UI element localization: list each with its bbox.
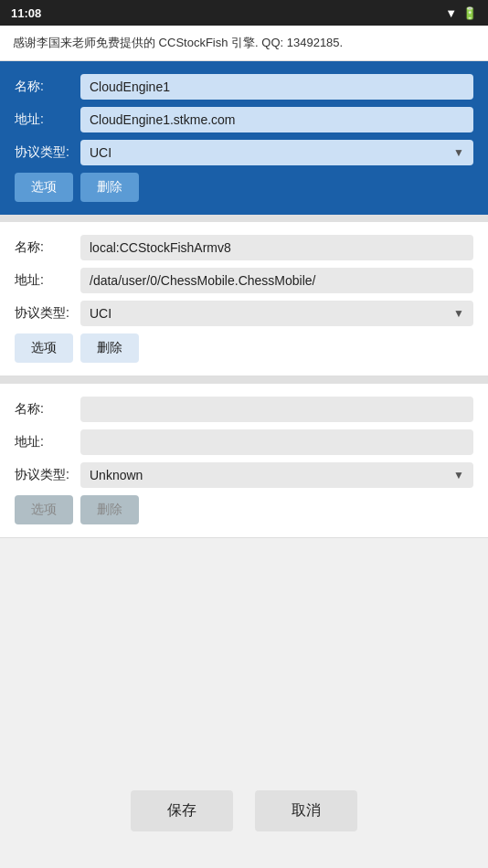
bottom-section: 保存 取消 (0, 538, 488, 868)
engine1-address-row: 地址: (15, 107, 473, 132)
status-bar: 11:08 ▼ 🔋 (0, 0, 488, 26)
engine1-buttons: 选项 删除 (15, 173, 473, 202)
engine3-buttons: 选项 删除 (15, 495, 473, 524)
engine3-protocol-label: 协议类型: (15, 467, 80, 483)
engine2-name-label: 名称: (15, 239, 80, 256)
divider-1 (0, 215, 488, 222)
engine1-delete-button[interactable]: 删除 (80, 173, 139, 202)
engine1-address-label: 地址: (15, 111, 80, 128)
info-banner: 感谢李国来老师免费提供的 CCStockFish 引擎. QQ: 1349218… (0, 26, 488, 61)
engine2-delete-button[interactable]: 删除 (80, 333, 139, 363)
engine2-options-button[interactable]: 选项 (15, 333, 73, 363)
engine-card-3: 名称: 地址: 协议类型: UCI UCCI Unknown ▼ 选项 删除 (0, 384, 488, 538)
engine2-name-input[interactable] (80, 235, 473, 260)
engine2-protocol-select[interactable]: UCI UCCI Unknown (80, 301, 473, 326)
engine3-address-input[interactable] (80, 429, 473, 455)
engine2-protocol-label: 协议类型: (15, 305, 80, 322)
engine2-address-label: 地址: (15, 272, 80, 289)
engine1-name-row: 名称: (15, 74, 473, 100)
engine3-address-label: 地址: (15, 434, 80, 450)
engine3-protocol-select[interactable]: UCI UCCI Unknown (80, 462, 473, 488)
wifi-icon: ▼ (445, 6, 457, 20)
save-button[interactable]: 保存 (131, 790, 233, 831)
engine2-protocol-row: 协议类型: UCI UCCI Unknown ▼ (15, 301, 473, 326)
status-time: 11:08 (11, 6, 41, 20)
engine1-options-button[interactable]: 选项 (15, 173, 73, 202)
engine2-name-row: 名称: (15, 235, 473, 260)
engine-card-1: 名称: 地址: 协议类型: UCI UCCI Unknown ▼ 选项 删除 (0, 61, 488, 215)
engine2-buttons: 选项 删除 (15, 333, 473, 363)
engine3-options-button[interactable]: 选项 (15, 495, 73, 524)
engine1-address-input[interactable] (80, 107, 473, 132)
engine1-protocol-row: 协议类型: UCI UCCI Unknown ▼ (15, 140, 473, 165)
engine3-delete-button[interactable]: 删除 (80, 495, 139, 524)
engine3-address-row: 地址: (15, 429, 473, 455)
engine1-protocol-wrapper: UCI UCCI Unknown ▼ (80, 140, 473, 165)
battery-icon: 🔋 (462, 6, 477, 20)
engine3-protocol-row: 协议类型: UCI UCCI Unknown ▼ (15, 462, 473, 488)
engine3-name-input[interactable] (80, 397, 473, 422)
engine3-protocol-wrapper: UCI UCCI Unknown ▼ (80, 462, 473, 488)
cancel-button[interactable]: 取消 (255, 790, 357, 831)
engine2-address-input[interactable] (80, 268, 473, 293)
engine1-protocol-label: 协议类型: (15, 144, 80, 161)
engine1-protocol-select[interactable]: UCI UCCI Unknown (80, 140, 473, 165)
engine2-address-row: 地址: (15, 268, 473, 293)
engine3-name-row: 名称: (15, 397, 473, 422)
engine1-name-input[interactable] (80, 74, 473, 100)
status-icons: ▼ 🔋 (445, 6, 477, 20)
engine3-name-label: 名称: (15, 401, 80, 418)
info-text: 感谢李国来老师免费提供的 CCStockFish 引擎. QQ: 1349218… (13, 36, 343, 49)
engine2-protocol-wrapper: UCI UCCI Unknown ▼ (80, 301, 473, 326)
divider-2 (0, 376, 488, 384)
engine1-name-label: 名称: (15, 79, 80, 95)
engine-card-2: 名称: 地址: 协议类型: UCI UCCI Unknown ▼ 选项 删除 (0, 222, 488, 376)
